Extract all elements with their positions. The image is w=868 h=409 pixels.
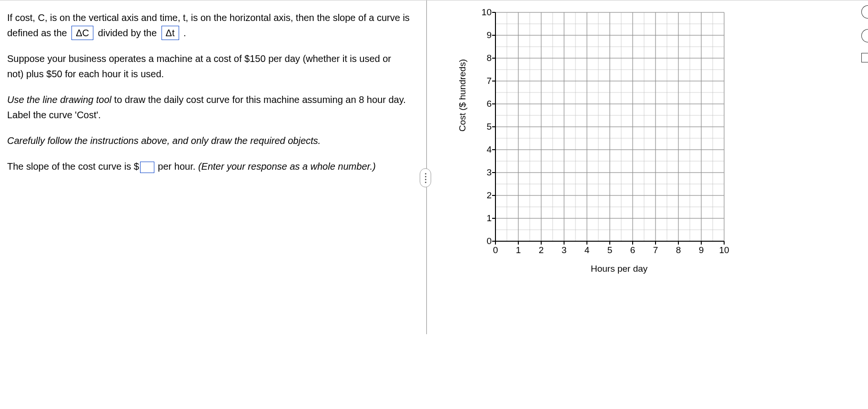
x-tick-label: 4 bbox=[581, 245, 593, 256]
paragraph-5: The slope of the cost curve is $ per hou… bbox=[7, 159, 410, 174]
y-tick-label: 3 bbox=[477, 167, 492, 178]
text-italic: (Enter your response as a whole number.) bbox=[198, 161, 376, 172]
x-tick-label: 9 bbox=[696, 245, 707, 256]
divider-handle-icon[interactable] bbox=[420, 168, 431, 187]
y-tick-label: 10 bbox=[477, 7, 492, 18]
text: per hour. bbox=[155, 161, 198, 172]
y-axis-label: Cost ($ hundreds) bbox=[457, 59, 468, 132]
chart-panel: Cost ($ hundreds) Hours per day 01234567… bbox=[472, 8, 738, 251]
slope-input[interactable] bbox=[140, 162, 154, 173]
x-tick-label: 0 bbox=[490, 245, 501, 256]
text: . bbox=[183, 28, 186, 38]
x-tick-label: 6 bbox=[627, 245, 638, 256]
y-tick-label: 2 bbox=[477, 190, 492, 201]
text-italic: Use the line drawing tool bbox=[7, 94, 111, 105]
paragraph-4: Carefully follow the instructions above,… bbox=[7, 133, 410, 148]
chart-grid[interactable] bbox=[472, 8, 738, 251]
x-axis-label: Hours per day bbox=[591, 264, 647, 274]
y-tick-label: 6 bbox=[477, 99, 492, 109]
x-tick-label: 3 bbox=[558, 245, 570, 256]
text: divided by the bbox=[98, 28, 160, 38]
tool-icon[interactable] bbox=[861, 53, 868, 62]
x-tick-label: 8 bbox=[673, 245, 684, 256]
y-tick-label: 9 bbox=[477, 30, 492, 41]
y-tick-label: 7 bbox=[477, 76, 492, 86]
x-tick-label: 1 bbox=[513, 245, 524, 256]
tool-icon[interactable] bbox=[861, 5, 868, 19]
answer-box-delta-t[interactable]: Δt bbox=[161, 26, 179, 40]
x-tick-label: 7 bbox=[650, 245, 661, 256]
tool-icon[interactable] bbox=[861, 29, 868, 42]
y-tick-label: 5 bbox=[477, 122, 492, 132]
paragraph-1: If cost, C, is on the vertical axis and … bbox=[7, 10, 410, 41]
question-text-panel: If cost, C, is on the vertical axis and … bbox=[0, 0, 419, 409]
side-toolbar bbox=[861, 5, 868, 62]
x-tick-label: 2 bbox=[535, 245, 547, 256]
text: The slope of the cost curve is $ bbox=[7, 161, 139, 172]
panel-divider[interactable] bbox=[422, 0, 431, 334]
y-tick-label: 8 bbox=[477, 53, 492, 63]
x-tick-label: 10 bbox=[718, 245, 730, 256]
divider-line bbox=[426, 0, 427, 334]
chart-area[interactable]: Cost ($ hundreds) Hours per day 01234567… bbox=[472, 8, 738, 251]
text: If cost, C, is on the vertical axis and … bbox=[7, 12, 410, 38]
y-tick-label: 1 bbox=[477, 213, 492, 224]
paragraph-2: Suppose your business operates a machine… bbox=[7, 51, 410, 82]
y-tick-label: 4 bbox=[477, 144, 492, 155]
paragraph-3: Use the line drawing tool to draw the da… bbox=[7, 92, 410, 123]
answer-box-delta-c[interactable]: ΔC bbox=[71, 26, 93, 40]
x-tick-label: 5 bbox=[604, 245, 616, 256]
